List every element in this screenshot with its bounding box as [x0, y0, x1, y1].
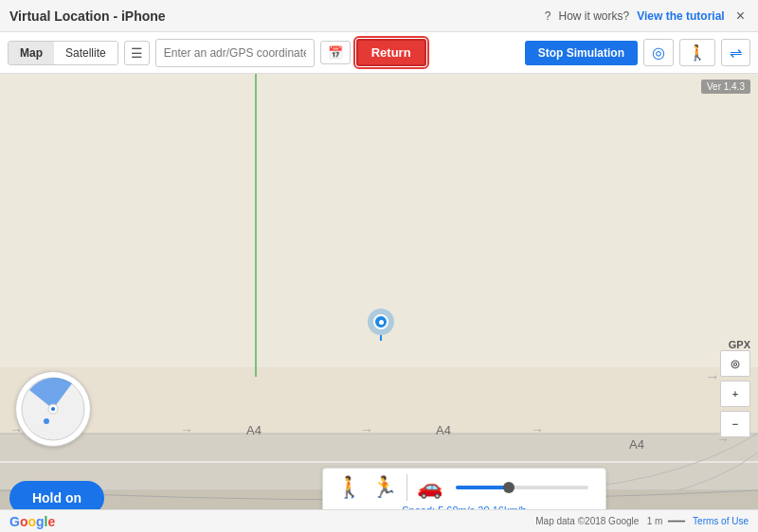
road-arrow-2: → — [180, 422, 193, 437]
stop-simulation-button[interactable]: Stop Simulation — [525, 41, 638, 65]
close-button[interactable]: × — [732, 8, 749, 25]
calendar-button[interactable]: 📅 — [320, 41, 351, 64]
how-it-works-text: How it works? — [559, 9, 630, 23]
walk-mode-button[interactable]: 🚶 — [679, 39, 715, 66]
map-background — [0, 74, 758, 532]
compass — [15, 371, 91, 447]
map-container[interactable]: Ver 1.4.3 A4 A4 A4 A4 → → → → → Hold — [0, 74, 758, 532]
gpx-label: GPX — [729, 339, 750, 350]
walk-speed-icon: 🚶 — [336, 475, 362, 500]
my-location-button[interactable]: ◎ — [643, 39, 674, 66]
copyright-text: Map data ©2018 Google — [535, 516, 639, 526]
walk-icon: 🚶 — [688, 44, 707, 61]
pin-dot — [379, 320, 384, 325]
road-label-a4-2: A4 — [246, 423, 262, 437]
help-icon: ? — [545, 9, 551, 23]
road-label-a4-4: A4 — [629, 437, 644, 452]
location-circle-icon: ◎ — [652, 44, 665, 61]
scale-text: 1 m — [647, 516, 663, 526]
speed-divider — [406, 474, 407, 501]
svg-point-10 — [51, 407, 55, 411]
pin-outer-circle — [368, 309, 394, 335]
google-logo: Google — [9, 514, 55, 529]
tutorial-link[interactable]: View the tutorial — [637, 9, 724, 23]
road-arrow-4: → — [531, 422, 544, 437]
coordinates-input[interactable] — [155, 39, 315, 67]
speed-slider-thumb — [503, 482, 514, 493]
pin-stem — [380, 335, 382, 341]
list-icon-button[interactable]: ☰ — [124, 41, 150, 65]
svg-point-11 — [44, 418, 49, 424]
zoom-in-button[interactable]: + — [720, 381, 750, 407]
target-location-button[interactable]: ◎ — [720, 350, 750, 377]
version-badge: Ver 1.4.3 — [701, 80, 750, 94]
speed-slider[interactable] — [456, 486, 588, 489]
zoom-out-button[interactable]: − — [720, 411, 750, 437]
compass-svg — [20, 376, 86, 442]
map-tab[interactable]: Map — [9, 42, 54, 64]
direction-arrow-right: → — [705, 368, 720, 385]
calendar-icon: 📅 — [328, 45, 343, 60]
map-tab-group: Map Satellite — [8, 41, 118, 65]
return-button[interactable]: Return — [356, 39, 426, 66]
run-speed-icon: 🏃 — [371, 475, 397, 500]
speed-slider-fill — [456, 486, 509, 489]
satellite-tab[interactable]: Satellite — [54, 42, 117, 64]
route-mode-button[interactable]: ⇌ — [721, 39, 750, 66]
bottom-bar: Google Map data ©2018 Google 1 m ━━━ Ter… — [0, 509, 758, 532]
road-arrow-3: → — [360, 422, 373, 437]
route-icon: ⇌ — [730, 44, 742, 61]
titlebar: Virtual Location - iPhone ? How it works… — [0, 0, 758, 32]
titlebar-right: ? How it works? View the tutorial × — [545, 8, 749, 25]
target-icon: ◎ — [731, 358, 740, 370]
pin-inner-circle — [373, 314, 388, 329]
road-label-a4-3: A4 — [436, 423, 451, 437]
speed-icons-row: 🚶 🏃 🚗 — [336, 474, 592, 501]
car-speed-icon: 🚗 — [417, 475, 442, 500]
window-title: Virtual Location - iPhone — [9, 9, 166, 24]
toolbar: Map Satellite ☰ 📅 Return Stop Simulation… — [0, 32, 758, 74]
map-copyright: Map data ©2018 Google 1 m ━━━ Terms of U… — [535, 516, 749, 526]
right-controls: ◎ + − — [720, 350, 750, 437]
location-pin — [368, 309, 394, 341]
terms-link[interactable]: Terms of Use — [693, 516, 749, 526]
